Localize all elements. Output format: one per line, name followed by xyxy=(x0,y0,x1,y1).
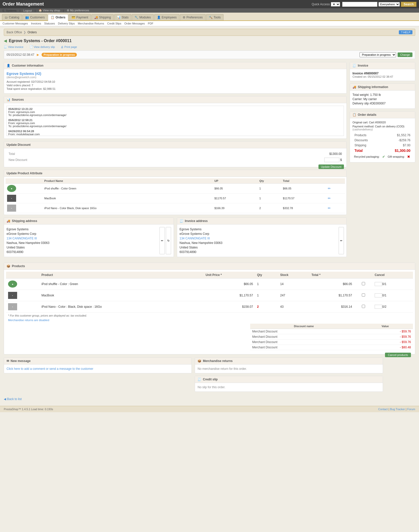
edit-invoice-addr-button[interactable]: ✏ xyxy=(339,227,344,254)
quick-access-select[interactable]: ▼ xyxy=(331,2,340,7)
back-to-list-link[interactable]: ◀ Back to list xyxy=(4,397,415,401)
product-checkbox[interactable] xyxy=(362,305,365,308)
col-product-thumb xyxy=(6,272,40,278)
tab-preferences[interactable]: ⚙ Preferences xyxy=(180,14,206,20)
total-spent: Total spent since registration: $2,988.5… xyxy=(7,87,344,90)
subnav-delivery-slips[interactable]: Delivery Slips xyxy=(58,22,75,25)
payment-icon: 💳 xyxy=(72,16,75,19)
tab-shipping[interactable]: 🚚 Shipping xyxy=(91,14,114,20)
products-icon: 📦 xyxy=(7,264,10,268)
footer-links: Contact | Bug Tracker | Forum xyxy=(378,408,415,411)
shipping-address-header: 🚚 Shipping address xyxy=(4,218,174,225)
new-discount-label: New Discount xyxy=(7,157,179,163)
tab-catalog[interactable]: 🗂 Catalog xyxy=(2,14,22,20)
discounts-value: -$259.76 xyxy=(381,138,412,143)
order-title-row: Egrove Systems - Order #000011 xyxy=(4,38,415,43)
tab-payment[interactable]: 💳 Payment xyxy=(69,14,91,20)
prefs-icon: ⚙ xyxy=(67,9,69,12)
table-row: ● iPod shuffle - Color Green $66.05 1 $6… xyxy=(6,184,345,193)
forum-link[interactable]: Forum xyxy=(407,408,415,411)
subnav-merch-returns[interactable]: Merchandise Returns xyxy=(78,22,104,25)
help-button[interactable]: ? HELP xyxy=(399,30,412,34)
discount-name-1: Merchant Discount xyxy=(250,334,358,340)
product-checkbox[interactable] xyxy=(362,293,365,297)
search-button[interactable]: Search xyxy=(401,2,416,7)
edit-shipping-addr-button[interactable]: ✏ xyxy=(159,227,165,254)
list-item: Merchant Discount - $59.76 xyxy=(250,334,413,340)
total-label: Total xyxy=(7,151,179,156)
subnav-invoices[interactable]: Invoices xyxy=(31,22,41,25)
cancel-input[interactable] xyxy=(375,282,382,286)
change-status-button[interactable]: Change xyxy=(398,52,412,57)
update-discount-box: Update Discount Total $1300.00 New Disco… xyxy=(4,141,347,167)
subnav-statuses[interactable]: Statuses xyxy=(44,22,55,25)
cancel-input[interactable] xyxy=(375,305,382,309)
shipping-info-header: 🚚 Shipping information xyxy=(350,84,415,91)
status-change-area: Preparation in progress Change xyxy=(360,52,412,57)
currency-symbol: $ xyxy=(340,158,342,162)
breadcrumb-backoffice[interactable]: Back Office xyxy=(7,31,22,34)
product-thumb-silver: ▪ xyxy=(7,205,16,212)
inv-country: United States xyxy=(180,245,222,250)
nav-tabs: 🗂 Catalog 👥 Customers 📋 Orders 💳 Payment… xyxy=(0,13,419,21)
tab-stats[interactable]: 📊 Stats xyxy=(114,14,131,20)
subnav-customer-messages[interactable]: Customer Messages xyxy=(3,22,28,25)
print-page-link[interactable]: 🖨 Print page xyxy=(61,45,77,48)
cancel-2-val: 0/2 xyxy=(382,305,386,309)
app-header: Order Management Quick Access ▼ Everywhe… xyxy=(0,0,419,8)
product-checkbox[interactable] xyxy=(362,282,365,285)
subnav-pdf[interactable]: PDF xyxy=(148,22,153,25)
sources-list[interactable]: 05/6/2012 13:21:22 From: egrovesys.com T… xyxy=(7,106,344,136)
product-thumb-green: ● xyxy=(7,185,16,192)
carrier: Carrier: My carrier xyxy=(352,97,412,101)
products-table: Product Unit Price * Qty Stock Total * C… xyxy=(6,272,413,313)
invoice-created-on: Created on: 05/15/2012 02 38:47 xyxy=(352,75,412,78)
discount-table: Total $1300.00 New Discount $ xyxy=(7,151,344,163)
new-discount-input[interactable] xyxy=(324,158,339,162)
col-stock: Stock xyxy=(278,272,309,278)
gift-row: Recycled packaging: ✔ Gift wrapping: ✖ xyxy=(352,154,412,160)
view-delivery-slip-link[interactable]: 📄 View delivery slip xyxy=(29,45,55,48)
invoice-content: Invoice #IN000007 Created on: 05/15/2012… xyxy=(350,69,415,81)
everywhere-select[interactable]: Everywhere xyxy=(378,2,400,7)
edit-product-icon[interactable]: ✏ xyxy=(328,186,331,190)
gift-label: Gift wrapping: xyxy=(388,155,405,158)
tab-employees[interactable]: 👤 Employees xyxy=(154,14,179,20)
new-message-box: ✉ New message Click here to add a commen… xyxy=(4,357,192,373)
subnav-credit-slips[interactable]: Credit Slips xyxy=(107,22,121,25)
gift-cross-icon: ✖ xyxy=(407,155,410,159)
edit-product-icon[interactable]: ✏ xyxy=(328,206,331,210)
search-input[interactable] xyxy=(342,2,377,7)
edit-product-icon[interactable]: ✏ xyxy=(328,196,331,200)
refresh-shipping-addr-button[interactable]: ↻ xyxy=(166,227,171,254)
logout-link[interactable]: Logout xyxy=(23,9,32,12)
view-invoice-link[interactable]: 🧾 View invoice xyxy=(4,45,23,48)
tab-customers[interactable]: 👥 Customers xyxy=(22,14,47,20)
my-prefs-link[interactable]: ⚙ My preferences xyxy=(67,9,89,12)
view-shop-link[interactable]: 🏠 View my shop xyxy=(39,9,60,12)
add-comment-link[interactable]: Click here to add a comment or send a me… xyxy=(7,367,93,371)
ship-phone: 6037914890 xyxy=(7,250,49,254)
new-message-content: Click here to add a comment or send a me… xyxy=(4,365,191,373)
invoice-address-content: Egrove Systems eGrove Systems Corp 134 C… xyxy=(177,225,347,257)
system-bar: E. Systems | Logout | 🏠 View my shop | ⚙… xyxy=(0,8,419,13)
cancel-input[interactable] xyxy=(375,293,382,297)
shipping-address-col: 🚚 Shipping address Egrove Systems eGrove… xyxy=(4,217,174,260)
total-value: $1300.00 xyxy=(179,151,343,156)
tab-orders[interactable]: 📋 Orders xyxy=(48,14,68,21)
subnav-order-messages[interactable]: Order Messages xyxy=(124,22,145,25)
new-message-col: ✉ New message Click here to add a commen… xyxy=(4,357,192,394)
inv-phone: 6037914890 xyxy=(180,250,222,254)
product-attr-table: Product Name UP Qty Total ● iPod shuffle… xyxy=(6,178,345,213)
bug-tracker-link[interactable]: Bug Tracker xyxy=(390,408,405,411)
cancel-products-button[interactable]: Cancel products xyxy=(385,353,411,357)
delivery-icon: 📄 xyxy=(29,45,33,48)
discount-value-1: - $59.76 xyxy=(358,334,413,340)
tab-modules[interactable]: 🔧 Modules xyxy=(132,14,153,20)
status-change-select[interactable]: Preparation in progress xyxy=(360,52,396,57)
merch-returns-text: No merchandise return for this order. xyxy=(195,365,382,373)
update-discount-button[interactable]: Update Discount xyxy=(318,164,344,169)
tab-tools[interactable]: 🔨 Tools xyxy=(206,14,223,20)
product-unit-price: $1,170.57 xyxy=(204,290,255,301)
contact-link[interactable]: Contact xyxy=(378,408,388,411)
